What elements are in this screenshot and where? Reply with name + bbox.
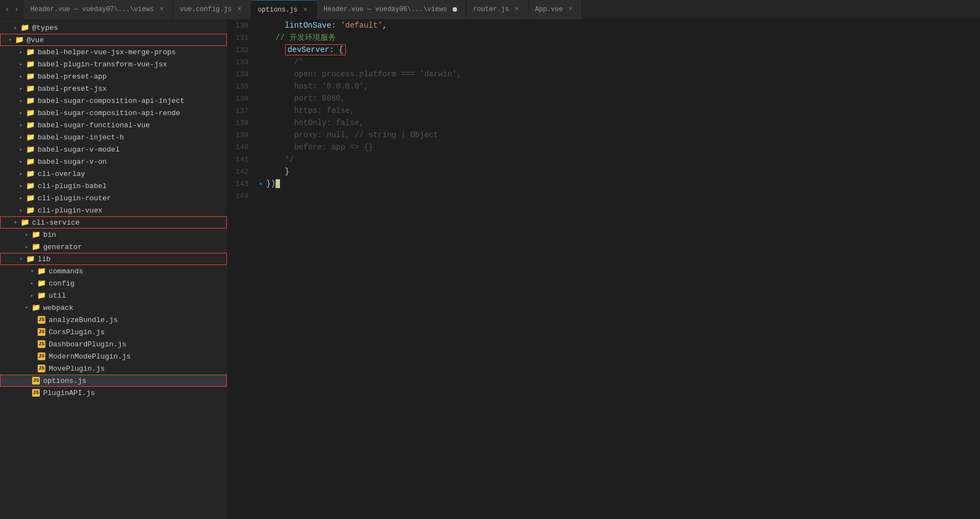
folder-icon-8: 📁 bbox=[25, 121, 35, 129]
line-code-140[interactable]: before: app => {} bbox=[264, 141, 980, 153]
tree-item-9[interactable]: ▸📁babel-sugar-inject-h bbox=[0, 131, 227, 143]
tree-item-26[interactable]: JSDashboardPlugin.js bbox=[0, 338, 227, 350]
js-icon-30: JS bbox=[31, 389, 41, 397]
folder-icon-14: 📁 bbox=[25, 194, 35, 203]
tree-item-23[interactable]: ▾📁webpack bbox=[0, 302, 227, 314]
tree-item-24[interactable]: JSanalyzeBundle.js bbox=[0, 314, 227, 326]
folder-icon-10: 📁 bbox=[25, 145, 35, 154]
tab-close-3[interactable] bbox=[450, 5, 459, 14]
folder-arrow-4: ▸ bbox=[17, 73, 25, 80]
line-code-141[interactable]: */ bbox=[264, 153, 980, 165]
tree-item-13[interactable]: ▸📁cli-plugin-babel bbox=[0, 180, 227, 192]
tab-label-4: router.js bbox=[473, 6, 509, 13]
comment-131: // 开发环境服务 bbox=[276, 33, 336, 42]
tree-item-30[interactable]: JSPluginAPI.js bbox=[0, 387, 227, 399]
folder-icon-2: 📁 bbox=[25, 48, 35, 56]
tree-label-5: babel-preset-jsx bbox=[38, 85, 107, 93]
tree-item-21[interactable]: ▸📁config bbox=[0, 277, 227, 289]
folder-icon-23: 📁 bbox=[31, 303, 41, 312]
tree-item-2[interactable]: ▸📁babel-helper-vue-jsx-merge-props bbox=[0, 46, 227, 58]
tab-close-1[interactable]: × bbox=[235, 5, 244, 14]
tree-item-1[interactable]: ▾📁@vue bbox=[0, 34, 227, 46]
tree-item-8[interactable]: ▸📁babel-sugar-functional-vue bbox=[0, 119, 227, 131]
tree-item-22[interactable]: ▸📁util bbox=[0, 289, 227, 302]
folder-icon-22: 📁 bbox=[37, 291, 46, 300]
line-code-137[interactable]: https: false, bbox=[264, 105, 980, 117]
line-number-135: 135 bbox=[227, 80, 257, 92]
folder-arrow-5: ▸ bbox=[17, 85, 25, 92]
tree-label-3: babel-plugin-transform-vue-jsx bbox=[38, 60, 167, 69]
tree-item-17[interactable]: ▸📁bin bbox=[0, 229, 227, 241]
line-code-131[interactable]: // 开发环境服务 bbox=[264, 32, 980, 44]
folder-icon-1: 📁 bbox=[14, 35, 24, 44]
tree-item-27[interactable]: JSModernModePlugin.js bbox=[0, 350, 227, 362]
line-code-132[interactable]: devServer: { bbox=[264, 44, 980, 56]
line-code-138[interactable]: hotOnly: false, bbox=[264, 117, 980, 129]
folder-icon-4: 📁 bbox=[25, 72, 35, 81]
line-code-136[interactable]: port: 8080, bbox=[264, 92, 980, 105]
line-dot-142 bbox=[257, 165, 264, 178]
folder-arrow-0: ▸ bbox=[11, 24, 20, 31]
tab-0[interactable]: Header.vue — vueday07\...\views× bbox=[24, 0, 173, 19]
line-code-139[interactable]: proxy: null, // string | Object bbox=[264, 129, 980, 141]
folder-arrow-16: ▾ bbox=[11, 219, 20, 226]
tree-item-16[interactable]: ▾📁cli-service bbox=[0, 216, 227, 229]
tree-item-25[interactable]: JSCorsPlugin.js bbox=[0, 326, 227, 338]
line-dot-132 bbox=[257, 44, 264, 56]
sidebar: ▸📁@types▾📁@vue▸📁babel-helper-vue-jsx-mer… bbox=[0, 19, 227, 519]
comment-135: host: '0.0.0.0', bbox=[294, 82, 368, 91]
tree-item-3[interactable]: ▸📁babel-plugin-transform-vue-jsx bbox=[0, 58, 227, 70]
js-icon-24: JS bbox=[37, 316, 46, 324]
tree-item-4[interactable]: ▸📁babel-preset-app bbox=[0, 70, 227, 82]
line-code-135[interactable]: host: '0.0.0.0', bbox=[264, 80, 980, 92]
tree-item-18[interactable]: ▸📁generator bbox=[0, 241, 227, 253]
tab-5[interactable]: App.vue× bbox=[528, 0, 582, 19]
tab-modified-dot-3 bbox=[453, 7, 457, 12]
line-code-130[interactable]: lintOnSave: 'default', bbox=[264, 19, 980, 32]
tree-item-0[interactable]: ▸📁@types bbox=[0, 22, 227, 34]
tab-2[interactable]: options.js× bbox=[251, 0, 317, 19]
tab-close-4[interactable]: × bbox=[512, 5, 521, 14]
tree-item-12[interactable]: ▸📁cli-overlay bbox=[0, 168, 227, 180]
tree-label-19: lib bbox=[38, 255, 50, 263]
cursor bbox=[276, 179, 280, 188]
comment-138: hotOnly: false, bbox=[294, 118, 364, 127]
tree-label-1: @vue bbox=[27, 36, 44, 44]
tree-item-7[interactable]: ▸📁babel-sugar-composition-api-rende bbox=[0, 107, 227, 119]
line-number-137: 137 bbox=[227, 105, 257, 117]
line-code-134[interactable]: open: process.platform === 'darwin', bbox=[264, 68, 980, 80]
line-dot-140 bbox=[257, 141, 264, 153]
tab-close-2[interactable]: × bbox=[301, 6, 310, 14]
tree-item-28[interactable]: JSMovePlugin.js bbox=[0, 362, 227, 375]
tree-item-6[interactable]: ▸📁babel-sugar-composition-api-inject bbox=[0, 95, 227, 107]
prev-tab-arrow[interactable]: ‹ bbox=[3, 4, 11, 15]
code-line-142: 142 } bbox=[227, 165, 980, 178]
line-dot-141 bbox=[257, 153, 264, 165]
code-line-135: 135 host: '0.0.0.0', bbox=[227, 80, 980, 92]
code-editor[interactable]: 130 lintOnSave: 'default',131 // 开发环境服务1… bbox=[227, 19, 980, 519]
tree-label-15: cli-plugin-vuex bbox=[38, 206, 102, 215]
tab-close-0[interactable]: × bbox=[157, 5, 166, 14]
tab-1[interactable]: vue.config.js× bbox=[173, 0, 251, 19]
next-tab-arrow[interactable]: › bbox=[12, 4, 20, 15]
tree-item-29[interactable]: JSoptions.js bbox=[0, 375, 227, 387]
tree-item-10[interactable]: ▸📁babel-sugar-v-model bbox=[0, 143, 227, 155]
tree-item-20[interactable]: ▾📁commands bbox=[0, 265, 227, 277]
line-number-138: 138 bbox=[227, 117, 257, 129]
tab-3[interactable]: Header.vue — vueday06\...\views bbox=[317, 0, 466, 19]
tree-item-15[interactable]: ▸📁cli-plugin-vuex bbox=[0, 204, 227, 216]
line-code-142[interactable]: } bbox=[264, 165, 980, 178]
line-code-133[interactable]: /* bbox=[264, 56, 980, 68]
tree-item-14[interactable]: ▸📁cli-plugin-router bbox=[0, 192, 227, 204]
tree-item-19[interactable]: ▾📁lib bbox=[0, 253, 227, 265]
tab-nav-arrows[interactable]: ‹ › bbox=[0, 4, 24, 15]
tree-item-5[interactable]: ▸📁babel-preset-jsx bbox=[0, 82, 227, 95]
code-line-138: 138 hotOnly: false, bbox=[227, 117, 980, 129]
line-number-131: 131 bbox=[227, 32, 257, 44]
line-number-130: 130 bbox=[227, 19, 257, 32]
line-code-144[interactable] bbox=[264, 190, 980, 202]
tab-4[interactable]: router.js× bbox=[466, 0, 528, 19]
tree-item-11[interactable]: ▸📁babel-sugar-v-on bbox=[0, 155, 227, 168]
line-code-143[interactable]: }) bbox=[264, 178, 980, 190]
tab-close-5[interactable]: × bbox=[566, 5, 575, 14]
